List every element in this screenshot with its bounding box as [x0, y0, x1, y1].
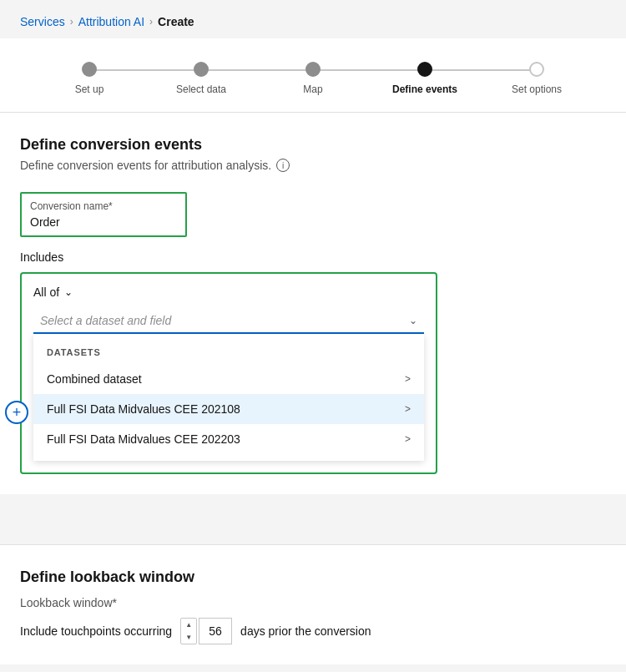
- dataset-item-arrow-2: >: [405, 433, 411, 445]
- section-desc: Define conversion events for attribution…: [20, 159, 606, 172]
- step-label-set-options: Set options: [512, 83, 562, 95]
- dataset-item-label-0: Combined dataset: [47, 372, 142, 386]
- all-of-text: All of: [33, 285, 59, 299]
- page-container: Services › Attribution AI › Create Set u…: [0, 0, 626, 672]
- info-icon[interactable]: i: [276, 159, 290, 172]
- step-dot-map: [305, 62, 321, 77]
- lookback-text-before: Include touchpoints occurring: [20, 624, 172, 638]
- includes-box: All of ⌄ Select a dataset and field ⌄ DA…: [20, 272, 437, 474]
- datasets-section-label: DATASETS: [33, 344, 424, 364]
- step-setup: Set up: [33, 62, 145, 95]
- step-label-select-data: Select data: [176, 83, 226, 95]
- step-label-define-events: Define events: [392, 83, 457, 95]
- dataset-item-0[interactable]: Combined dataset >: [33, 364, 424, 394]
- dataset-item-1[interactable]: Full FSI Data Midvalues CEE 202108 >: [33, 394, 424, 424]
- step-label-setup: Set up: [75, 83, 104, 95]
- step-define-events: Define events: [369, 62, 481, 95]
- step-select-data: Select data: [145, 62, 257, 95]
- includes-label: Includes: [20, 250, 606, 264]
- lookback-value: 56: [199, 618, 232, 644]
- conversion-name-box[interactable]: Conversion name* Order: [20, 192, 187, 237]
- breadcrumb-attribution-ai[interactable]: Attribution AI: [78, 15, 144, 28]
- selector-chevron-icon: ⌄: [409, 315, 417, 326]
- lookback-stepper[interactable]: ▲ ▼: [180, 618, 197, 644]
- add-rule-button[interactable]: +: [5, 401, 28, 424]
- step-dot-define-events: [417, 62, 432, 77]
- dataset-item-label-2: Full FSI Data Midvalues CEE 202203: [47, 432, 240, 446]
- step-dot-select-data: [194, 62, 209, 77]
- lookback-field-label: Lookback window*: [20, 596, 606, 609]
- breadcrumb-sep-1: ›: [70, 16, 73, 28]
- step-dot-set-options: [529, 62, 544, 77]
- all-of-row: All of ⌄: [33, 285, 424, 299]
- breadcrumb-sep-2: ›: [149, 16, 153, 28]
- section-desc-text: Define conversion events for attribution…: [20, 159, 271, 172]
- dataset-selector[interactable]: Select a dataset and field ⌄: [33, 309, 424, 334]
- dataset-item-2[interactable]: Full FSI Data Midvalues CEE 202203 >: [33, 424, 424, 454]
- conversion-name-value: Order: [30, 215, 177, 229]
- all-of-chevron-icon[interactable]: ⌄: [64, 286, 73, 298]
- main-content: Define conversion events Define conversi…: [0, 113, 626, 494]
- conversion-name-label: Conversion name*: [30, 200, 177, 212]
- conversion-name-field-group: Conversion name* Order: [20, 192, 606, 237]
- dataset-item-label-1: Full FSI Data Midvalues CEE 202108: [47, 402, 240, 416]
- section-title: Define conversion events: [20, 136, 606, 154]
- lookback-row: Include touchpoints occurring ▲ ▼ 56 day…: [20, 618, 606, 644]
- stepper-up-btn[interactable]: ▲: [181, 619, 196, 631]
- dataset-item-arrow-1: >: [405, 403, 411, 415]
- lookback-text-after: days prior the conversion: [240, 624, 371, 638]
- gray-gap: [0, 494, 626, 544]
- breadcrumb-services[interactable]: Services: [20, 15, 65, 28]
- stepper: Set up Select data Map Define events Set…: [0, 38, 626, 113]
- dataset-placeholder: Select a dataset and field: [40, 314, 171, 327]
- step-dot-setup: [82, 62, 97, 77]
- lookback-section: Define lookback window Lookback window* …: [0, 544, 626, 664]
- lookback-title: Define lookback window: [20, 568, 606, 586]
- dropdown-panel: DATASETS Combined dataset > Full FSI Dat…: [33, 334, 424, 461]
- breadcrumb-create: Create: [158, 15, 194, 28]
- step-label-map: Map: [303, 83, 322, 95]
- dataset-item-arrow-0: >: [405, 373, 411, 385]
- breadcrumb: Services › Attribution AI › Create: [0, 0, 626, 38]
- step-set-options: Set options: [481, 62, 593, 95]
- step-map: Map: [257, 62, 369, 95]
- stepper-down-btn[interactable]: ▼: [181, 631, 196, 644]
